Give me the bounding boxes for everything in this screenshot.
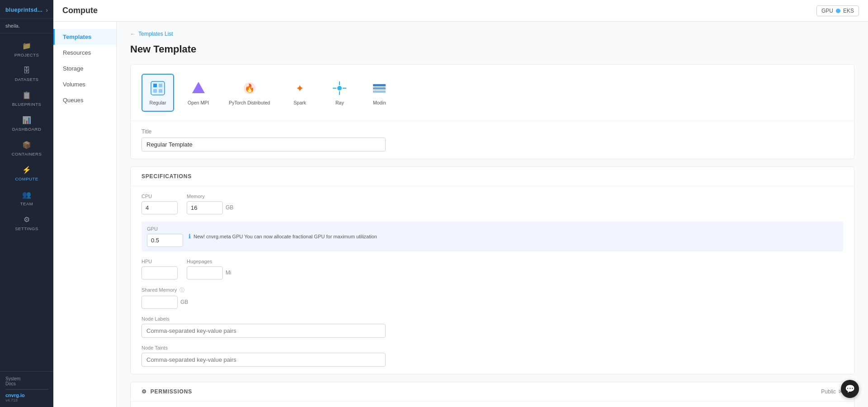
perm-header-right: Public ✉ [821,388,843,395]
title-label: Title [142,128,843,135]
ray-label: Ray [335,100,344,106]
sidebar-collapse-icon[interactable]: › [46,6,48,14]
template-type-modin[interactable]: Modin [363,74,396,112]
sidebar-item-label: CONTAINERS [12,151,42,156]
gpu-notice-icon: ℹ [189,233,191,240]
projects-icon: 📁 [22,42,32,50]
gpu-eks-toggle[interactable]: GPU EKS [816,5,859,16]
sidebar-item-label: COMPUTE [15,176,38,181]
spec-body: CPU Memory GB [131,186,854,374]
template-type-card: RegularOpen MPI🔥PyTorch Distributed✦Spar… [130,64,854,159]
openmpi-label: Open MPI [188,100,209,106]
svg-rect-14 [373,84,386,86]
template-type-ray[interactable]: Ray [323,74,356,112]
svg-text:✦: ✦ [296,83,304,94]
toggle-indicator [836,9,840,13]
template-type-pytorch[interactable]: 🔥PyTorch Distributed [222,74,276,112]
memory-label: Memory [187,194,233,199]
sidebar-item-datasets[interactable]: 🗄DATASETS [0,62,53,86]
svg-rect-1 [153,84,157,87]
gpu-label: GPU [821,8,833,14]
brand-name: cnvrg.io [5,393,48,398]
eks-label: EKS [843,8,854,14]
breadcrumb: ← Templates List [130,31,854,37]
blueprints-icon: 📋 [22,91,32,99]
sidebar-item-compute[interactable]: ⚡COMPUTE [0,161,53,186]
template-type-spark[interactable]: ✦Spark [283,74,316,112]
sidebar-item-blueprints[interactable]: 📋BLUEPRINTS [0,86,53,111]
node-labels-label: Node Labels [142,316,170,322]
subnav-item-queues[interactable]: Queues [53,92,116,108]
node-taints-row: Node Taints [142,345,843,367]
hugepages-field: Hugepages Mi [187,259,231,279]
ray-icon [330,79,349,97]
system-link[interactable]: System [5,376,20,381]
subnav-item-resources[interactable]: Resources [53,45,116,61]
sidebar-item-team[interactable]: 👥TEAM [0,186,53,211]
sidebar-item-label: BLUEPRINTS [12,102,42,107]
shared-memory-input[interactable] [142,296,178,309]
sidebar-item-label: DASHBOARD [12,127,42,132]
hpu-hugepages-row: HPU Hugepages Mi [142,259,843,279]
docs-link[interactable]: Docs [5,381,16,386]
svg-marker-5 [192,82,205,93]
memory-input[interactable] [187,201,223,214]
svg-rect-0 [151,81,165,95]
title-input[interactable] [142,137,386,151]
shared-memory-unit: GB [180,299,188,305]
template-types-row: RegularOpen MPI🔥PyTorch Distributed✦Spar… [131,65,854,121]
sidebar-item-containers[interactable]: 📦CONTAINERS [0,136,53,161]
subnav-item-templates[interactable]: Templates [53,29,116,45]
node-labels-input[interactable] [142,324,386,338]
breadcrumb-arrow: ← [130,31,136,37]
page-section-title: Compute [62,6,98,15]
pytorch-label: PyTorch Distributed [229,100,270,106]
perm-gear-icon: ⚙ [142,388,147,395]
sidebar-logo[interactable]: blueprintsd... › [0,0,53,19]
sidebar-item-projects[interactable]: 📁PROJECTS [0,37,53,62]
cpu-input[interactable] [142,201,178,214]
sidebar-user: sheila. [0,19,53,33]
spark-label: Spark [294,100,306,106]
logo-text: blueprintsd... [5,7,42,13]
sidebar-item-settings[interactable]: ⚙SETTINGS [0,211,53,236]
specifications-card: SPECIFICATIONS CPU Memory GB [130,166,854,374]
svg-rect-15 [373,87,386,90]
breadcrumb-link[interactable]: Templates List [138,31,173,37]
template-type-regular[interactable]: Regular [142,74,174,112]
permissions-card: ⚙ PERMISSIONS Public ✉ Public [130,382,854,407]
spec-title: SPECIFICATIONS [142,173,192,180]
spec-header: SPECIFICATIONS [131,167,854,186]
template-type-openmpi[interactable]: Open MPI [181,74,215,112]
svg-rect-2 [159,84,162,87]
gpu-field: GPU [147,226,183,247]
dashboard-icon: 📊 [22,116,32,124]
page-content: ← Templates List New Template RegularOpe… [117,22,868,407]
shared-memory-field: Shared Memory ⓘ GB [142,287,188,309]
settings-icon: ⚙ [24,215,30,224]
sidebar-item-dashboard[interactable]: 📊DASHBOARD [0,111,53,136]
title-field-row: Title [131,121,854,159]
perm-status: Public [821,388,836,395]
hpu-input[interactable] [142,266,178,279]
node-taints-label: Node Taints [142,345,168,350]
gpu-notice-text: New! cnvrg.meta GPU You can now allocate… [193,234,377,239]
chat-bubble[interactable]: 💬 [841,380,859,398]
sidebar-item-label: TEAM [20,201,33,206]
pytorch-icon: 🔥 [241,79,259,97]
svg-rect-16 [373,90,386,93]
gpu-input[interactable] [147,234,183,247]
compute-icon: ⚡ [22,166,32,174]
hugepages-label: Hugepages [187,259,231,264]
node-taints-input[interactable] [142,353,386,367]
memory-unit: GB [226,204,233,211]
subnav-item-storage[interactable]: Storage [53,61,116,76]
sidebar-item-label: PROJECTS [14,52,39,57]
svg-text:🔥: 🔥 [245,83,255,93]
perm-title: PERMISSIONS [151,388,192,395]
subnav: TemplatesResourcesStorageVolumesQueues [53,22,117,407]
hugepages-input[interactable] [187,266,223,279]
sidebar-nav: 📁PROJECTS🗄DATASETS📋BLUEPRINTS📊DASHBOARD📦… [0,33,53,371]
content-layout: TemplatesResourcesStorageVolumesQueues ←… [53,22,868,407]
subnav-item-volumes[interactable]: Volumes [53,76,116,92]
